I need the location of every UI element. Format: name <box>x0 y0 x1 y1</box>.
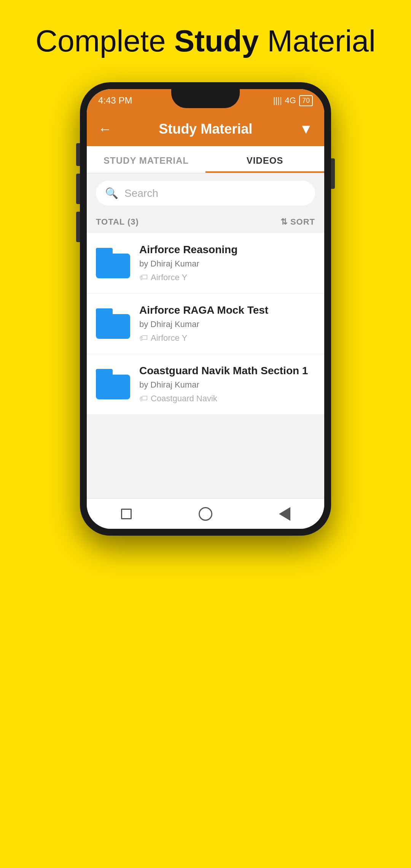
list-item[interactable]: Airforce RAGA Mock Test by Dhiraj Kumar … <box>87 294 324 354</box>
status-time: 4:43 PM <box>98 95 132 106</box>
folder-icon <box>96 369 130 399</box>
tab-bar: STUDY MATERIAL VIDEOS <box>87 146 324 173</box>
list-item[interactable]: Airforce Reasoning by Dhiraj Kumar 🏷 Air… <box>87 233 324 294</box>
app-bar-title: Study Material <box>159 121 252 137</box>
phone-shell: 4:43 PM |||| 4G 70 ← Study Material ▼ ST… <box>80 82 331 536</box>
tab-videos[interactable]: VIDEOS <box>206 146 324 173</box>
signal-icon: |||| <box>273 96 282 105</box>
item-info: Airforce RAGA Mock Test by Dhiraj Kumar … <box>139 304 315 343</box>
tag-icon: 🏷 <box>139 273 148 282</box>
search-container: 🔍 Search <box>87 173 324 213</box>
item-tag: 🏷 Airforce Y <box>139 273 315 282</box>
volume-down-button <box>76 212 80 242</box>
item-info: Airforce Reasoning by Dhiraj Kumar 🏷 Air… <box>139 244 315 282</box>
tag-icon: 🏷 <box>139 333 148 343</box>
status-icons: |||| 4G 70 <box>273 95 313 106</box>
item-tag: 🏷 Airforce Y <box>139 333 315 343</box>
sort-button[interactable]: ⇅ SORT <box>280 217 315 227</box>
item-info: Coastguard Navik Math Section 1 by Dhira… <box>139 365 315 404</box>
nav-home-button[interactable] <box>199 507 212 521</box>
headline-part2: Study <box>174 24 259 58</box>
filter-button[interactable]: ▼ <box>299 121 313 137</box>
folder-icon <box>96 308 130 339</box>
phone-screen: 4:43 PM |||| 4G 70 ← Study Material ▼ ST… <box>87 89 324 529</box>
page-headline: Complete Study Material <box>35 23 376 59</box>
item-title: Coastguard Navik Math Section 1 <box>139 365 315 377</box>
bottom-area <box>87 415 324 498</box>
headline-part3: Material <box>259 24 376 58</box>
folder-icon <box>96 248 130 278</box>
mute-button <box>76 143 80 166</box>
tag-icon: 🏷 <box>139 394 148 404</box>
tag-label: Airforce Y <box>151 273 187 282</box>
search-icon: 🔍 <box>105 187 118 199</box>
notch <box>171 89 240 108</box>
total-count: TOTAL (3) <box>96 217 139 227</box>
item-author: by Dhiraj Kumar <box>139 319 315 329</box>
tag-label: Coastguard Navik <box>151 394 217 404</box>
volume-up-button <box>76 174 80 204</box>
item-title: Airforce Reasoning <box>139 244 315 256</box>
app-bar: ← Study Material ▼ <box>87 112 324 146</box>
nav-bar <box>87 498 324 529</box>
list-header: TOTAL (3) ⇅ SORT <box>87 213 324 233</box>
search-placeholder: Search <box>124 187 158 199</box>
list-item[interactable]: Coastguard Navik Math Section 1 by Dhira… <box>87 354 324 415</box>
power-button <box>331 158 335 189</box>
headline-part1: Complete <box>35 24 174 58</box>
back-button[interactable]: ← <box>98 121 112 137</box>
search-box[interactable]: 🔍 Search <box>96 181 315 206</box>
nav-recent-button[interactable] <box>119 507 133 521</box>
item-title: Airforce RAGA Mock Test <box>139 304 315 316</box>
battery-indicator: 70 <box>299 95 313 106</box>
item-tag: 🏷 Coastguard Navik <box>139 394 315 404</box>
nav-back-button[interactable] <box>278 507 292 521</box>
tag-label: Airforce Y <box>151 333 187 343</box>
item-author: by Dhiraj Kumar <box>139 380 315 390</box>
item-author: by Dhiraj Kumar <box>139 259 315 269</box>
recent-icon <box>121 509 132 519</box>
status-bar: 4:43 PM |||| 4G 70 <box>87 89 324 112</box>
network-type: 4G <box>285 96 296 105</box>
home-icon <box>199 507 212 521</box>
back-icon <box>279 507 290 521</box>
tab-study-material[interactable]: STUDY MATERIAL <box>87 146 206 173</box>
study-material-list: Airforce Reasoning by Dhiraj Kumar 🏷 Air… <box>87 233 324 415</box>
